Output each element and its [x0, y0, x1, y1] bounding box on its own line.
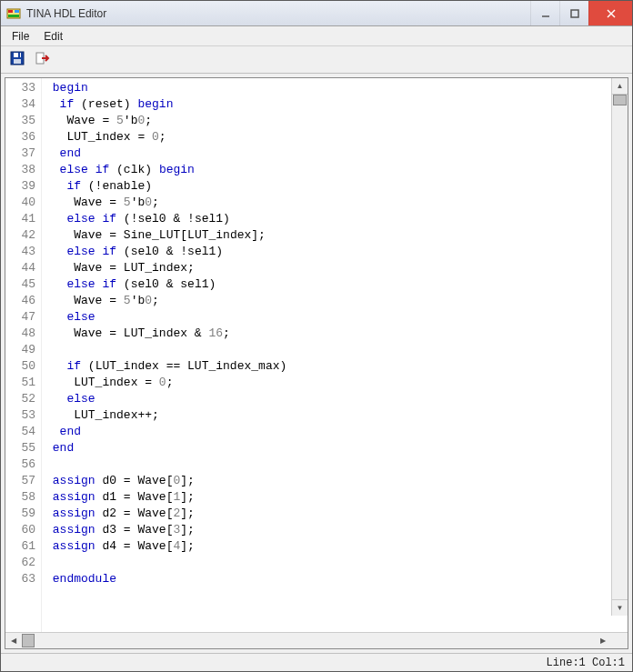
titlebar[interactable]: TINA HDL Editor: [1, 1, 632, 26]
code-line[interactable]: assign d1 = Wave[1];: [45, 489, 628, 506]
line-number: 40: [5, 195, 35, 211]
line-number: 56: [5, 456, 35, 473]
code-line[interactable]: assign d0 = Wave[0];: [45, 473, 628, 489]
code-line[interactable]: [45, 342, 628, 358]
line-number: 54: [5, 424, 35, 440]
code-line[interactable]: else: [45, 309, 628, 326]
line-number: 55: [5, 440, 35, 456]
close-button[interactable]: [588, 1, 632, 25]
minimize-button[interactable]: [530, 1, 559, 25]
code-line[interactable]: if (!enable): [45, 178, 628, 195]
code-line[interactable]: LUT_index++;: [45, 407, 628, 424]
line-number: 42: [5, 227, 35, 244]
code-line[interactable]: LUT_index = 0;: [45, 375, 628, 391]
line-number: 63: [5, 571, 35, 587]
line-number: 36: [5, 129, 35, 145]
menu-file[interactable]: File: [5, 27, 36, 45]
save-button[interactable]: [6, 49, 28, 71]
code-line[interactable]: assign d4 = Wave[4];: [45, 538, 628, 555]
code-line[interactable]: else if (sel0 & !sel1): [45, 244, 628, 260]
code-line[interactable]: assign d2 = Wave[2];: [45, 506, 628, 522]
line-number: 59: [5, 506, 35, 522]
maximize-button[interactable]: [559, 1, 588, 25]
code-line[interactable]: endmodule: [45, 571, 628, 587]
horizontal-scrollbar[interactable]: ◀ ▶: [5, 632, 628, 648]
line-number: 50: [5, 358, 35, 375]
line-number: 52: [5, 391, 35, 407]
editor: 3334353637383940414243444546474849505152…: [5, 77, 628, 649]
line-number: 58: [5, 489, 35, 506]
code-line[interactable]: assign d3 = Wave[3];: [45, 522, 628, 538]
code-line[interactable]: else if (!sel0 & !sel1): [45, 211, 628, 227]
statusbar: Line:1 Col:1: [1, 653, 632, 671]
scroll-right-icon[interactable]: ▶: [595, 633, 611, 648]
line-number: 48: [5, 326, 35, 342]
code-line[interactable]: Wave = 5'b0;: [45, 293, 628, 309]
code-line[interactable]: end: [45, 440, 628, 456]
line-number: 45: [5, 276, 35, 293]
line-number: 35: [5, 113, 35, 129]
app-icon: [6, 6, 21, 21]
svg-rect-3: [8, 15, 19, 17]
code-line[interactable]: Wave = 5'b0;: [45, 195, 628, 211]
code-line[interactable]: end: [45, 424, 628, 440]
export-button[interactable]: [32, 49, 54, 71]
export-icon: [35, 51, 50, 68]
code-line[interactable]: begin: [45, 80, 628, 96]
scroll-left-icon[interactable]: ◀: [5, 633, 22, 648]
svg-rect-11: [14, 59, 21, 64]
code-line[interactable]: else if (sel0 & sel1): [45, 276, 628, 293]
menubar: File Edit: [1, 26, 632, 46]
code-line[interactable]: else if (clk) begin: [45, 162, 628, 178]
line-number: 47: [5, 309, 35, 326]
scroll-down-icon[interactable]: ▼: [612, 599, 628, 616]
code-line[interactable]: end: [45, 145, 628, 162]
line-gutter: 3334353637383940414243444546474849505152…: [5, 78, 42, 632]
line-number: 38: [5, 162, 35, 178]
line-number: 57: [5, 473, 35, 489]
svg-rect-1: [8, 10, 13, 13]
vscroll-thumb[interactable]: [613, 95, 627, 105]
line-number: 34: [5, 96, 35, 113]
code-line[interactable]: Wave = LUT_index;: [45, 260, 628, 276]
window-controls: [530, 1, 632, 25]
svg-rect-10: [18, 53, 20, 57]
line-number: 33: [5, 80, 35, 96]
save-icon: [10, 51, 25, 68]
window-title: TINA HDL Editor: [26, 7, 530, 20]
line-number: 61: [5, 538, 35, 555]
code-line[interactable]: Wave = Sine_LUT[LUT_index];: [45, 227, 628, 244]
app-window: TINA HDL Editor File Edit 33343536373839…: [0, 0, 633, 672]
vertical-scrollbar[interactable]: ▲ ▼: [611, 78, 628, 616]
line-number: 60: [5, 522, 35, 538]
line-number: 62: [5, 555, 35, 571]
scroll-up-icon[interactable]: ▲: [612, 78, 628, 95]
menu-edit[interactable]: Edit: [36, 27, 70, 45]
editor-body[interactable]: 3334353637383940414243444546474849505152…: [5, 78, 628, 632]
cursor-position: Line:1 Col:1: [547, 657, 625, 669]
svg-rect-5: [571, 10, 578, 17]
line-number: 53: [5, 407, 35, 424]
code-line[interactable]: if (reset) begin: [45, 96, 628, 113]
code-line[interactable]: else: [45, 391, 628, 407]
code-line[interactable]: [45, 555, 628, 571]
line-number: 51: [5, 375, 35, 391]
line-number: 46: [5, 293, 35, 309]
line-number: 39: [5, 178, 35, 195]
toolbar: [1, 46, 632, 74]
code-line[interactable]: Wave = LUT_index & 16;: [45, 326, 628, 342]
code-line[interactable]: Wave = 5'b0;: [45, 113, 628, 129]
code-line[interactable]: if (LUT_index == LUT_index_max): [45, 358, 628, 375]
code-area[interactable]: begin if (reset) begin Wave = 5'b0; LUT_…: [42, 78, 628, 632]
code-line[interactable]: [45, 456, 628, 473]
line-number: 41: [5, 211, 35, 227]
line-number: 37: [5, 145, 35, 162]
line-number: 44: [5, 260, 35, 276]
code-line[interactable]: LUT_index = 0;: [45, 129, 628, 145]
line-number: 49: [5, 342, 35, 358]
svg-rect-2: [15, 10, 19, 13]
line-number: 43: [5, 244, 35, 260]
hscroll-thumb[interactable]: [22, 634, 35, 647]
